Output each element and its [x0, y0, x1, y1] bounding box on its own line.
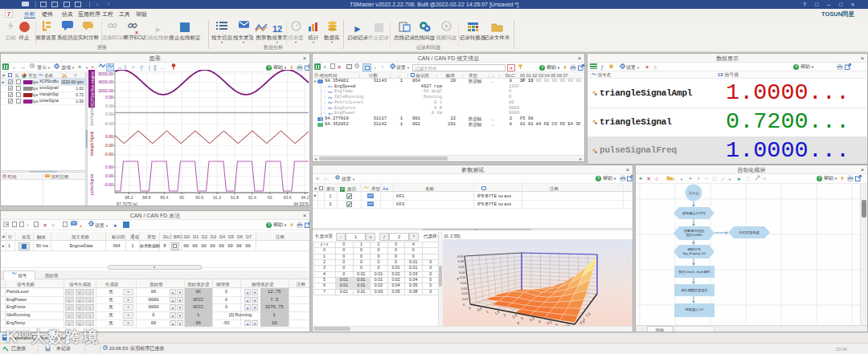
- svg-text:0: 0: [463, 303, 465, 307]
- svg-text:0.05: 0.05: [460, 276, 465, 279]
- svg-text:0.01: 0.01: [462, 298, 468, 301]
- svg-text:0.04: 0.04: [461, 282, 466, 285]
- svg-text:0.09: 0.09: [457, 255, 463, 258]
- svg-text:0.07: 0.07: [459, 266, 465, 269]
- svg-text:+: +: [91, 21, 94, 25]
- svg-text:0.06: 0.06: [459, 271, 465, 275]
- svg-text:0.02: 0.02: [461, 292, 467, 295]
- svg-text:0.08: 0.08: [458, 260, 464, 263]
- svg-text:0.03: 0.03: [461, 287, 467, 291]
